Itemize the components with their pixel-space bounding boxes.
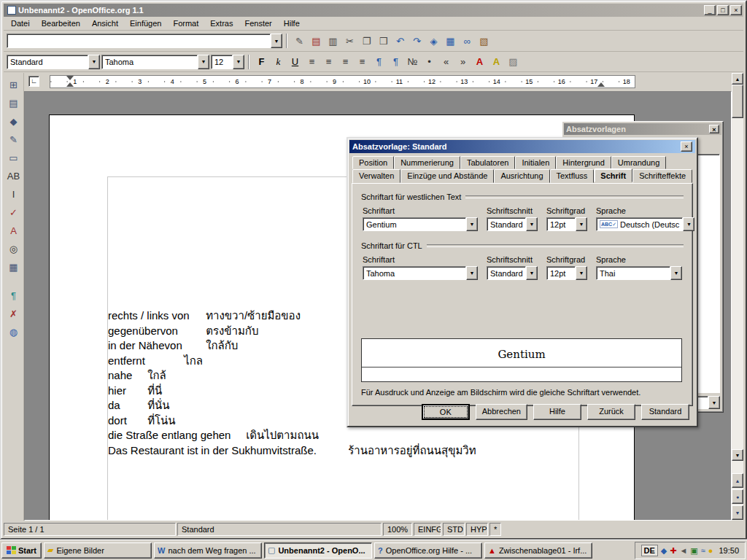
numbering-icon[interactable]: № <box>404 54 421 70</box>
insert-fields-icon[interactable]: ▤ <box>5 95 23 111</box>
task-button[interactable]: W nach dem Weg fragen ... <box>154 542 262 559</box>
left-to-right-icon[interactable]: ¶ <box>371 54 387 70</box>
previous-page-icon[interactable]: ▲ <box>732 473 743 488</box>
volume-icon[interactable]: ◄ <box>679 545 687 556</box>
dialog-tab[interactable]: Nummerierung <box>394 156 460 169</box>
western-style-combo[interactable]: Standard ▼ <box>487 217 538 231</box>
ctl-language-value[interactable]: Thai <box>596 266 670 280</box>
antivirus-icon[interactable]: ✚ <box>670 545 676 556</box>
scrollbar-thumb[interactable] <box>732 85 743 118</box>
underline-icon[interactable]: U <box>287 54 303 70</box>
display-icon[interactable]: ▣ <box>690 545 697 556</box>
gallery-icon[interactable]: ▧ <box>476 33 492 49</box>
menu-item[interactable]: Ansicht <box>86 18 124 29</box>
stylist-icon[interactable]: ▦ <box>442 33 459 49</box>
menu-item[interactable]: Fenster <box>239 18 277 29</box>
dropdown-arrow-icon[interactable]: ▼ <box>198 55 209 69</box>
font-name-combo[interactable]: Tahoma ▼ <box>101 55 209 69</box>
status-page[interactable]: Seite 1 / 1 <box>4 523 176 536</box>
status-insert-mode[interactable]: EINFG <box>414 523 441 536</box>
spellcheck-icon[interactable]: ✓ <box>5 204 23 220</box>
dropdown-arrow-icon[interactable]: ▼ <box>670 266 682 280</box>
print-file-icon[interactable]: ▥ <box>325 33 341 49</box>
navigation-icon[interactable]: ● <box>732 489 743 504</box>
dialog-button[interactable]: OK <box>422 404 470 420</box>
cut-icon[interactable]: ✂ <box>341 33 358 49</box>
find-replace-icon[interactable]: ◎ <box>5 241 23 257</box>
task-button[interactable]: ▲ Zwischenablage01 - Irf... <box>484 542 592 559</box>
dropdown-arrow-icon[interactable]: ▼ <box>526 266 538 280</box>
highlighting-icon[interactable]: A <box>488 54 505 70</box>
url-combo-value[interactable] <box>7 34 271 48</box>
left-indent-marker[interactable] <box>66 82 74 87</box>
scroll-up-icon[interactable]: ▲ <box>732 73 743 85</box>
align-justify-icon[interactable]: ≡ <box>354 54 371 70</box>
stylist-close-button[interactable]: × <box>709 125 719 133</box>
document-line[interactable]: Das Restaurant ist in der Sukhumvitstraß… <box>108 442 476 457</box>
dialog-tab[interactable]: Textfluss <box>550 169 595 183</box>
quickstarter-icon[interactable]: ◆ <box>661 545 667 556</box>
redo-icon[interactable]: ↷ <box>409 33 425 49</box>
edit-file-icon[interactable]: ✎ <box>291 33 308 49</box>
dropdown-arrow-icon[interactable]: ▼ <box>466 266 478 280</box>
maximize-button[interactable]: □ <box>717 5 729 15</box>
dialog-tab[interactable]: Tabulatoren <box>460 156 516 169</box>
western-font-combo[interactable]: Gentium ▼ <box>363 217 478 231</box>
align-center-icon[interactable]: ≡ <box>320 54 337 70</box>
hyperlink-icon[interactable]: ∞ <box>459 33 476 49</box>
dialog-tab[interactable]: Position <box>352 156 394 169</box>
task-button[interactable]: ▢ Unbenannt2 - OpenO... <box>264 542 372 559</box>
dropdown-arrow-icon[interactable]: ▼ <box>466 217 478 231</box>
western-size-combo[interactable]: 12pt ▼ <box>546 217 587 231</box>
paragraph-style-value[interactable]: Standard <box>7 55 88 69</box>
insert-table-icon[interactable]: ⊞ <box>5 77 23 93</box>
dropdown-arrow-icon[interactable]: ▼ <box>88 55 100 69</box>
dialog-button[interactable]: Zurück <box>587 404 635 420</box>
font-size-value[interactable]: 12 <box>211 55 233 69</box>
stylist-titlebar[interactable]: Absatzvorlagen × <box>564 123 721 135</box>
ctl-language-combo[interactable]: Thai ▼ <box>596 266 682 280</box>
window-titlebar[interactable]: Unbenannt2 - OpenOffice.org 1.1 _ □ × <box>4 4 743 17</box>
scroll-down-icon[interactable]: ▼ <box>732 449 743 461</box>
status-zoom[interactable]: 100% <box>383 523 412 536</box>
ctl-size-combo[interactable]: 12pt ▼ <box>546 266 587 280</box>
undo-icon[interactable]: ↶ <box>392 33 409 49</box>
align-right-icon[interactable]: ≡ <box>337 54 354 70</box>
dialog-tab[interactable]: Initialen <box>515 156 556 169</box>
dialog-tab[interactable]: Schrift <box>594 168 632 182</box>
task-button[interactable]: ? OpenOffice.org Hilfe - ... <box>374 542 482 559</box>
graphics-toggle-icon[interactable]: ✗ <box>5 306 23 322</box>
western-language-value[interactable]: ABC✓ Deutsch (Deutsc <box>596 217 683 231</box>
autospellcheck-icon[interactable]: A <box>5 222 23 238</box>
export-pdf-icon[interactable]: ▤ <box>308 33 325 49</box>
next-page-icon[interactable]: ▼ <box>732 505 743 520</box>
data-sources-icon[interactable]: ▦ <box>5 259 23 275</box>
dropdown-arrow-icon[interactable]: ▼ <box>526 217 538 231</box>
western-style-value[interactable]: Standard <box>487 217 526 231</box>
form-functions-icon[interactable]: ▭ <box>5 149 23 166</box>
status-page-style[interactable]: Standard <box>177 523 382 536</box>
dropdown-arrow-icon[interactable]: ▼ <box>576 266 587 280</box>
start-button[interactable]: Start <box>1 542 42 559</box>
dialog-tab[interactable]: Verwalten <box>352 169 400 183</box>
menu-item[interactable]: Extras <box>204 18 239 29</box>
background-color-icon[interactable]: ▨ <box>505 54 522 70</box>
align-left-icon[interactable]: ≡ <box>303 54 320 70</box>
paragraph-style-combo[interactable]: Standard ▼ <box>7 55 100 69</box>
dropdown-arrow-icon[interactable]: ▼ <box>271 34 282 48</box>
dialog-button[interactable]: Abbrechen <box>476 404 527 420</box>
dialog-tab[interactable]: Schrifteffekte <box>632 169 692 183</box>
nonprinting-characters-icon[interactable]: ¶ <box>5 287 23 303</box>
keyboard-layout-indicator[interactable]: DE <box>641 545 658 556</box>
online-layout-icon[interactable]: ◍ <box>5 324 23 340</box>
direct-cursor-icon[interactable]: I <box>5 186 23 202</box>
insert-object-icon[interactable]: ◆ <box>5 113 23 129</box>
status-hyperlink-mode[interactable]: HYP <box>466 523 488 536</box>
increase-indent-icon[interactable]: » <box>454 54 471 70</box>
draw-functions-icon[interactable]: ✎ <box>5 131 23 147</box>
menu-item[interactable]: Hilfe <box>278 18 306 29</box>
dialog-titlebar[interactable]: Absatzvorlage: Standard × <box>349 140 695 153</box>
status-selection-mode[interactable]: STD <box>443 523 465 536</box>
url-combo[interactable]: ▼ <box>7 34 282 48</box>
ctl-font-combo[interactable]: Tahoma ▼ <box>363 266 478 280</box>
